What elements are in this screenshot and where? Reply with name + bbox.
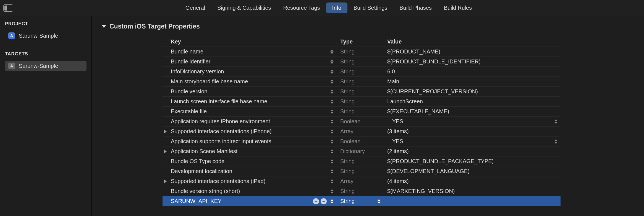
column-header-value[interactable]: Value — [384, 38, 561, 45]
cell-type[interactable]: String — [337, 188, 384, 194]
tab-signing-capabilities[interactable]: Signing & Capabilities — [211, 2, 277, 13]
key-stepper-icon[interactable] — [330, 138, 334, 145]
table-row[interactable]: Application requires iPhone environmentB… — [163, 117, 561, 127]
key-stepper-icon[interactable] — [330, 49, 334, 55]
panel-toggle-icon[interactable] — [3, 4, 13, 12]
table-row[interactable]: Bundle versionString$(CURRENT_PROJECT_VE… — [163, 87, 561, 97]
cell-value[interactable]: $(MARKETING_VERSION) — [384, 188, 561, 194]
cell-value[interactable]: $(PRODUCT_BUNDLE_IDENTIFIER) — [384, 58, 561, 65]
cell-key[interactable]: Bundle identifier — [163, 58, 337, 65]
section-header[interactable]: Custom iOS Target Properties — [102, 23, 644, 30]
table-row[interactable]: InfoDictionary versionString6.0 — [163, 67, 561, 77]
key-stepper-icon[interactable] — [330, 168, 334, 174]
cell-type[interactable]: String — [337, 168, 384, 174]
table-row[interactable]: Application supports indirect input even… — [163, 137, 561, 146]
chevron-right-icon[interactable] — [164, 130, 167, 133]
value-stepper-icon[interactable] — [554, 119, 558, 125]
key-stepper-icon[interactable] — [330, 178, 334, 184]
column-header-key[interactable]: Key — [163, 38, 337, 45]
cell-type[interactable]: Dictionary — [337, 148, 384, 155]
cell-type[interactable]: Array — [337, 128, 384, 135]
key-stepper-icon[interactable] — [330, 69, 334, 75]
table-row[interactable]: Executable fileString$(EXECUTABLE_NAME) — [163, 107, 561, 117]
remove-row-button[interactable]: − — [321, 198, 327, 204]
table-row[interactable]: Main storyboard file base nameStringMain — [163, 77, 561, 87]
cell-key[interactable]: Supported interface orientations (iPad) — [163, 178, 337, 184]
cell-key[interactable]: SARUNW_API_KEY+− — [163, 198, 337, 204]
table-row[interactable]: Supported interface orientations (iPhone… — [163, 127, 561, 137]
cell-key[interactable]: Bundle name — [163, 48, 337, 55]
cell-value[interactable]: (4 items) — [384, 178, 561, 184]
cell-value[interactable]: $(PRODUCT_NAME) — [384, 48, 561, 55]
add-row-button[interactable]: + — [313, 198, 319, 204]
table-row[interactable]: SARUNW_API_KEY+−String — [163, 196, 561, 206]
key-stepper-icon[interactable] — [330, 119, 334, 125]
cell-type[interactable]: String — [337, 98, 384, 105]
table-row[interactable]: Bundle OS Type codeString$(PRODUCT_BUNDL… — [163, 156, 561, 166]
tab-general[interactable]: General — [179, 2, 211, 13]
sidebar-item-project[interactable]: A Sarunw-Sample — [5, 30, 87, 41]
cell-key[interactable]: Application supports indirect input even… — [163, 138, 337, 145]
key-stepper-icon[interactable] — [330, 198, 334, 204]
cell-type[interactable]: String — [337, 88, 384, 95]
cell-type[interactable]: Boolean — [337, 138, 384, 145]
value-stepper-icon[interactable] — [554, 138, 558, 145]
cell-value[interactable]: $(EXECUTABLE_NAME) — [384, 108, 561, 115]
chevron-right-icon[interactable] — [164, 150, 167, 153]
key-stepper-icon[interactable] — [330, 158, 334, 164]
key-stepper-icon[interactable] — [330, 89, 334, 95]
cell-type[interactable]: String — [337, 48, 384, 55]
cell-type[interactable]: String — [337, 198, 384, 204]
cell-key[interactable]: Application Scene Manifest — [163, 148, 337, 155]
cell-key[interactable]: Main storyboard file base name — [163, 78, 337, 85]
type-stepper-icon[interactable] — [377, 198, 381, 204]
table-row[interactable]: Supported interface orientations (iPad)A… — [163, 176, 561, 186]
cell-type[interactable]: String — [337, 158, 384, 164]
table-row[interactable]: Launch screen interface file base nameSt… — [163, 97, 561, 107]
tab-info[interactable]: Info — [326, 2, 347, 13]
key-stepper-icon[interactable] — [330, 59, 334, 65]
key-stepper-icon[interactable] — [330, 128, 334, 135]
cell-key[interactable]: Application requires iPhone environment — [163, 118, 337, 125]
cell-key[interactable]: Executable file — [163, 108, 337, 115]
cell-value[interactable]: $(PRODUCT_BUNDLE_PACKAGE_TYPE) — [384, 158, 561, 164]
cell-key[interactable]: Supported interface orientations (iPhone… — [163, 128, 337, 135]
key-stepper-icon[interactable] — [330, 79, 334, 85]
key-stepper-icon[interactable] — [330, 148, 334, 155]
cell-value[interactable]: Main — [384, 78, 561, 85]
cell-value[interactable]: LaunchScreen — [384, 98, 561, 105]
cell-value[interactable]: 6.0 — [384, 68, 561, 75]
tab-build-phases[interactable]: Build Phases — [393, 2, 438, 13]
sidebar-item-target[interactable]: A Sarunw-Sample — [5, 61, 87, 71]
table-row[interactable]: Bundle identifierString$(PRODUCT_BUNDLE_… — [163, 57, 561, 67]
tab-build-rules[interactable]: Build Rules — [438, 2, 478, 13]
cell-type[interactable]: String — [337, 58, 384, 65]
table-row[interactable]: Bundle nameString$(PRODUCT_NAME) — [163, 47, 561, 57]
tab-build-settings[interactable]: Build Settings — [347, 2, 393, 13]
cell-key[interactable]: Bundle version — [163, 88, 337, 95]
key-stepper-icon[interactable] — [330, 99, 334, 105]
key-stepper-icon[interactable] — [330, 188, 334, 194]
cell-type[interactable]: Array — [337, 178, 384, 184]
cell-key[interactable]: Bundle OS Type code — [163, 158, 337, 164]
cell-type[interactable]: Boolean — [337, 118, 384, 125]
tab-resource-tags[interactable]: Resource Tags — [277, 2, 326, 13]
cell-key[interactable]: InfoDictionary version — [163, 68, 337, 75]
cell-value[interactable]: (3 items) — [384, 128, 561, 135]
cell-value[interactable]: $(CURRENT_PROJECT_VERSION) — [384, 88, 561, 95]
cell-type[interactable]: String — [337, 108, 384, 115]
table-row[interactable]: Development localizationString$(DEVELOPM… — [163, 166, 561, 176]
cell-value[interactable]: YES — [384, 138, 561, 145]
chevron-right-icon[interactable] — [164, 179, 167, 183]
cell-key[interactable]: Bundle version string (short) — [163, 188, 337, 194]
cell-value[interactable]: $(DEVELOPMENT_LANGUAGE) — [384, 168, 561, 174]
key-stepper-icon[interactable] — [330, 109, 334, 115]
cell-key[interactable]: Launch screen interface file base name — [163, 98, 337, 105]
column-header-type[interactable]: Type — [337, 38, 384, 45]
cell-type[interactable]: String — [337, 78, 384, 85]
table-row[interactable]: Application Scene ManifestDictionary(2 i… — [163, 146, 561, 156]
cell-value[interactable]: YES — [384, 118, 561, 125]
cell-key[interactable]: Development localization — [163, 168, 337, 174]
cell-value[interactable]: (2 items) — [384, 148, 561, 155]
table-row[interactable]: Bundle version string (short)String$(MAR… — [163, 186, 561, 196]
